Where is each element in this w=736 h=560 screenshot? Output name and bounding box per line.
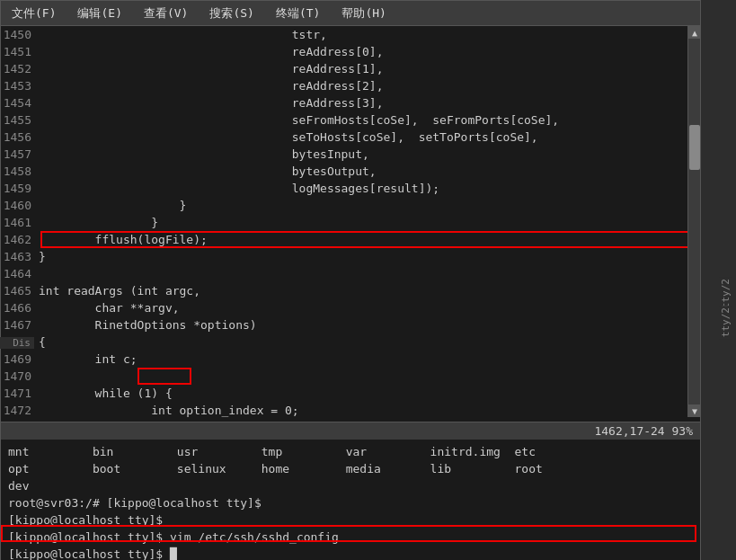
line-number: 1464 bbox=[1, 265, 39, 282]
code-line-1450: 1450 tstr, bbox=[1, 26, 700, 43]
code-lines: 1450 tstr,1451 reAddress[0],1452 reAddre… bbox=[1, 26, 700, 419]
line-number: 1467 bbox=[1, 316, 39, 333]
line-content: int option_index = 0; bbox=[39, 402, 299, 419]
code-line-1470: 1470 bbox=[1, 368, 700, 385]
line-number: 1457 bbox=[1, 146, 39, 163]
code-line-1464: 1464 bbox=[1, 265, 700, 282]
right-panel: tty/2 tty/2 bbox=[701, 0, 736, 560]
code-line-1462: 1462 fflush(logFile); bbox=[1, 231, 700, 248]
line-number: 1454 bbox=[1, 94, 39, 111]
code-line-1453: 1453 reAddress[2], bbox=[1, 77, 700, 94]
line-content: reAddress[0], bbox=[39, 43, 384, 60]
code-line-1471: 1471 while (1) { bbox=[1, 385, 700, 402]
line-content: seFromHosts[coSe], seFromPorts[coSe], bbox=[39, 111, 559, 129]
line-content: } bbox=[39, 248, 46, 265]
scrollbar-thumb[interactable] bbox=[689, 125, 700, 170]
line-number: 1463 bbox=[1, 248, 39, 265]
terminal-line-2: dev bbox=[8, 477, 693, 494]
line-number: 1452 bbox=[1, 60, 39, 77]
line-content: tstr, bbox=[39, 26, 327, 43]
code-line-1463: 1463} bbox=[1, 248, 700, 265]
line-number: 1466 bbox=[1, 299, 39, 316]
line-number: 1469 bbox=[1, 351, 39, 368]
menu-file[interactable]: 文件(F) bbox=[8, 4, 59, 23]
menu-bar: 文件(F) 编辑(E) 查看(V) 搜索(S) 终端(T) 帮助(H) bbox=[1, 1, 700, 26]
status-text: 1462,17-24 93% bbox=[594, 424, 693, 438]
dis-label: Dis bbox=[0, 337, 34, 349]
line-content: int readArgs (int argc, bbox=[39, 282, 200, 299]
terminal-bottom: mnt bin usr tmp var initrd.img etcopt bo… bbox=[1, 440, 700, 560]
code-line-1455: 1455 seFromHosts[coSe], seFromPorts[coSe… bbox=[1, 111, 700, 129]
line-content: reAddress[1], bbox=[39, 60, 384, 77]
line-content: logMessages[result]); bbox=[39, 180, 439, 197]
code-line-1456: 1456 seToHosts[coSe], setToPorts[coSe], bbox=[1, 129, 700, 146]
line-content: reAddress[2], bbox=[39, 77, 384, 94]
line-number: 1459 bbox=[1, 180, 39, 197]
line-content: while (1) { bbox=[39, 385, 173, 402]
line-content: seToHosts[coSe], setToPorts[coSe], bbox=[39, 129, 538, 146]
line-number: 1456 bbox=[1, 129, 39, 146]
terminal-window: 文件(F) 编辑(E) 查看(V) 搜索(S) 终端(T) 帮助(H) 1450… bbox=[0, 0, 701, 560]
cmd-highlight-box bbox=[1, 525, 696, 542]
code-line-1457: 1457 bytesInput, bbox=[1, 146, 700, 163]
code-line-1466: 1466 char **argv, bbox=[1, 299, 700, 316]
code-line-1458: 1458 bytesOutput, bbox=[1, 163, 700, 180]
line-content: reAddress[3], bbox=[39, 94, 384, 111]
line-number: 1470 bbox=[1, 368, 39, 385]
code-line-1452: 1452 reAddress[1], bbox=[1, 60, 700, 77]
code-line-1465: 1465int readArgs (int argc, bbox=[1, 282, 700, 299]
line-content: bytesInput, bbox=[39, 146, 369, 163]
line-number: 1462 bbox=[1, 231, 39, 248]
code-line-1460: 1460 } bbox=[1, 197, 700, 214]
line-content: } bbox=[39, 214, 158, 231]
line-number: 1471 bbox=[1, 385, 39, 402]
terminal-lines: mnt bin usr tmp var initrd.img etcopt bo… bbox=[8, 443, 693, 560]
code-line-1459: 1459 logMessages[result]); bbox=[1, 180, 700, 197]
line-number: 1458 bbox=[1, 163, 39, 180]
menu-search[interactable]: 搜索(S) bbox=[206, 4, 257, 23]
line-number: 1472 bbox=[1, 402, 39, 419]
line-number: 1465 bbox=[1, 282, 39, 299]
terminal-line-1: opt boot selinux home media lib root bbox=[8, 460, 693, 477]
line-content: int c; bbox=[39, 351, 137, 368]
terminal-line-6: [kippo@localhost tty]$ █ bbox=[8, 546, 693, 560]
line-content: RinetdOptions *options) bbox=[39, 316, 257, 333]
line-number: 1451 bbox=[1, 43, 39, 60]
scrollbar-track[interactable]: ▲ ▼ bbox=[687, 26, 700, 417]
code-line-1454: 1454 reAddress[3], bbox=[1, 94, 700, 111]
code-line-1469: 1469 int c; bbox=[1, 351, 700, 368]
code-line-1451: 1451 reAddress[0], bbox=[1, 43, 700, 60]
line-number: 1450 bbox=[1, 26, 39, 43]
line-content: char **argv, bbox=[39, 299, 180, 316]
code-line-1467: 1467 RinetdOptions *options) bbox=[1, 316, 700, 333]
terminal-line-3: root@svr03:/# [kippo@localhost tty]$ bbox=[8, 494, 693, 511]
menu-edit[interactable]: 编辑(E) bbox=[74, 4, 125, 23]
status-bar: 1462,17-24 93% bbox=[1, 422, 700, 440]
right-label-tty2: tty/2 bbox=[719, 306, 732, 339]
scrollbar-down-button[interactable]: ▼ bbox=[688, 404, 701, 417]
line-content: bytesOutput, bbox=[39, 163, 377, 180]
menu-terminal[interactable]: 终端(T) bbox=[272, 4, 324, 23]
line-number: 1453 bbox=[1, 77, 39, 94]
code-line-1472: 1472 int option_index = 0; bbox=[1, 402, 700, 419]
menu-view[interactable]: 查看(V) bbox=[140, 4, 191, 23]
scrollbar-up-button[interactable]: ▲ bbox=[688, 26, 701, 39]
code-line-1461: 1461 } bbox=[1, 214, 700, 231]
line-content: { bbox=[39, 333, 46, 351]
terminal-line-0: mnt bin usr tmp var initrd.img etc bbox=[8, 443, 693, 460]
code-line-1468: 1468{ bbox=[1, 333, 700, 351]
line-number: 1461 bbox=[1, 214, 39, 231]
menu-help[interactable]: 帮助(H) bbox=[338, 4, 389, 23]
line-content: } bbox=[39, 197, 186, 214]
code-area: 1450 tstr,1451 reAddress[0],1452 reAddre… bbox=[1, 26, 700, 422]
line-content: fflush(logFile); bbox=[39, 231, 208, 248]
line-number: 1455 bbox=[1, 111, 39, 129]
line-number: 1460 bbox=[1, 197, 39, 214]
